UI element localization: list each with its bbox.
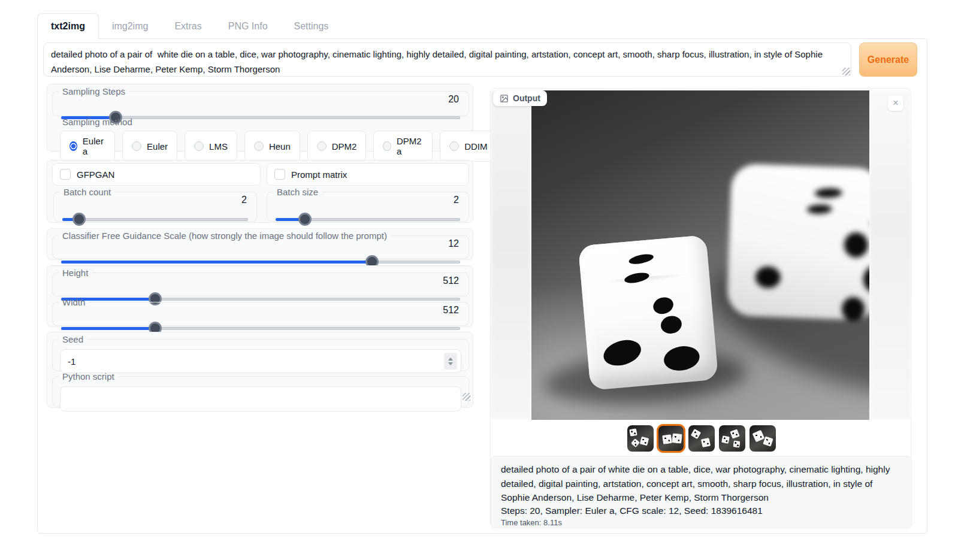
output-gallery	[491, 422, 912, 455]
sampler-option-euler-a[interactable]: Euler a	[60, 131, 115, 162]
output-header: Output	[493, 90, 547, 106]
python-script-input[interactable]	[60, 386, 461, 411]
gallery-thumbnail-5[interactable]	[750, 425, 776, 452]
step-down-icon[interactable]	[448, 362, 453, 365]
gallery-thumbnail-4[interactable]	[719, 425, 745, 452]
height-label: Height	[59, 268, 92, 278]
script-resize-handle[interactable]	[463, 393, 470, 401]
slider-fill	[61, 261, 372, 264]
sampler-option-label: Heun	[269, 141, 291, 152]
gallery-thumbnail-1[interactable]	[627, 425, 654, 452]
mini-die	[733, 440, 740, 447]
radio-icon[interactable]	[254, 141, 264, 151]
mini-die	[721, 435, 729, 444]
step-up-icon[interactable]	[448, 358, 453, 361]
prompt-resize-handle[interactable]	[842, 68, 850, 75]
prompt-matrix-checkbox[interactable]	[274, 169, 285, 180]
python-script-field: Python script	[52, 371, 469, 407]
mini-die	[639, 437, 649, 446]
gfpgan-label: GFPGAN	[77, 169, 114, 180]
cfg-group: Classifier Free Guidance Scale (how stro…	[47, 228, 473, 260]
prompt-matrix-label: Prompt matrix	[291, 169, 347, 180]
cfg-label: Classifier Free Guidance Scale (how stro…	[59, 231, 391, 241]
prompt-input[interactable]: detailed photo of a pair of white die on…	[43, 43, 851, 77]
batch-group: GFPGAN Prompt matrix Batch count 2 Batch…	[47, 160, 473, 223]
mini-die	[700, 438, 711, 448]
mini-die	[629, 428, 637, 437]
caption-prompt-text: detailed photo of a pair of white die on…	[501, 462, 902, 505]
tab-png-info[interactable]: PNG Info	[215, 13, 281, 39]
radio-selected-icon[interactable]	[69, 141, 77, 151]
python-script-label: Python script	[59, 371, 118, 382]
radio-icon[interactable]	[383, 141, 391, 151]
cfg-value: 12	[448, 238, 459, 249]
tab-img2img[interactable]: img2img	[99, 13, 161, 39]
sampler-option-heun[interactable]: Heun	[244, 131, 300, 162]
seed-field: Seed	[52, 334, 469, 371]
output-caption: detailed photo of a pair of white die on…	[491, 456, 912, 528]
batch-count-value: 2	[241, 195, 247, 205]
width-field: Width 512	[52, 297, 469, 326]
batch-count-field: Batch count 2	[53, 187, 257, 222]
slider-track[interactable]	[62, 218, 248, 221]
batch-size-value: 2	[454, 195, 459, 205]
output-panel: Output ×	[490, 88, 911, 528]
tab-settings[interactable]: Settings	[281, 13, 342, 39]
height-value: 512	[443, 276, 459, 286]
image-icon	[500, 94, 509, 103]
sampler-option-label: DPM2 a	[397, 136, 423, 156]
sampler-option-dpm2[interactable]: DPM2	[307, 131, 367, 162]
sampling-method-field: Sampling method Euler aEulerLMSHeunDPM2D…	[52, 117, 566, 150]
seed-label: Seed	[59, 334, 87, 344]
sampler-option-label: DPM2	[332, 141, 357, 152]
generated-image[interactable]	[531, 90, 869, 420]
output-panel-label: Output	[513, 93, 540, 103]
slider-fill	[61, 327, 155, 330]
sampling-group: Sampling Steps 20 Sampling method Euler …	[47, 84, 473, 152]
close-output-button[interactable]: ×	[888, 95, 903, 111]
slider-handle[interactable]	[72, 213, 86, 226]
sampling-steps-field: Sampling Steps 20	[52, 86, 469, 116]
sampler-option-label: Euler	[147, 141, 168, 152]
mini-die	[630, 438, 639, 447]
sampler-option-euler[interactable]: Euler	[122, 131, 177, 162]
tab-extras[interactable]: Extras	[161, 13, 214, 39]
gallery-thumbnail-3[interactable]	[688, 425, 715, 452]
gallery-thumbnail-2[interactable]	[658, 425, 684, 452]
gfpgan-checkbox[interactable]	[60, 169, 71, 180]
radio-icon[interactable]	[449, 141, 459, 151]
generate-button[interactable]: Generate	[859, 43, 917, 77]
sampler-option-label: Euler a	[83, 136, 105, 156]
batch-count-slider[interactable]	[62, 213, 248, 226]
mini-die	[662, 434, 672, 444]
sampler-option-lms[interactable]: LMS	[185, 131, 237, 162]
sampling-steps-value: 20	[448, 94, 459, 105]
batch-size-label: Batch size	[273, 187, 322, 197]
caption-time-taken: Time taken: 8.11s	[501, 518, 902, 527]
cfg-field: Classifier Free Guidance Scale (how stro…	[52, 231, 469, 259]
mini-die	[730, 429, 740, 439]
mini-die	[690, 429, 701, 440]
tab-bar: txt2imgimg2imgExtrasPNG InfoSettings	[37, 13, 341, 39]
sampling-method-options: Euler aEulerLMSHeunDPM2DPM2 aDDIMPLMS	[58, 127, 565, 162]
seed-stepper[interactable]	[444, 353, 457, 370]
sampler-option-ddim[interactable]: DDIM	[440, 131, 497, 162]
sampler-option-dpm2-a[interactable]: DPM2 a	[373, 131, 433, 162]
batch-count-label: Batch count	[60, 187, 114, 197]
seed-input[interactable]	[61, 356, 444, 367]
width-label: Width	[59, 297, 89, 307]
radio-icon[interactable]	[317, 141, 327, 151]
radio-icon[interactable]	[132, 141, 141, 151]
width-value: 512	[443, 305, 459, 316]
batch-size-slider[interactable]	[276, 213, 460, 226]
slider-handle[interactable]	[298, 213, 312, 226]
radio-icon[interactable]	[194, 141, 204, 151]
batch-size-field: Batch size 2	[267, 187, 469, 222]
tab-txt2img[interactable]: txt2img	[37, 13, 99, 40]
mini-die	[752, 429, 764, 442]
sampler-option-label: DDIM	[464, 141, 487, 152]
seed-script-group: Seed Python script	[47, 332, 473, 408]
caption-params-text: Steps: 20, Sampler: Euler a, CFG scale: …	[501, 505, 902, 516]
gfpgan-option[interactable]: GFPGAN	[52, 163, 261, 186]
prompt-matrix-option[interactable]: Prompt matrix	[267, 163, 469, 186]
